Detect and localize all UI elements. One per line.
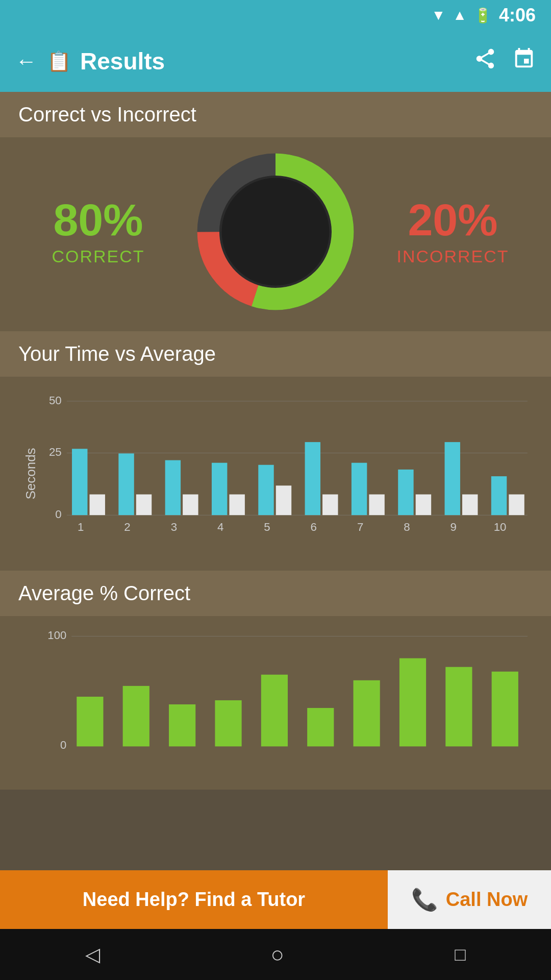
app-bar: ← 📋 Results [0, 31, 551, 92]
correct-stats: 80% CORRECT [0, 198, 196, 266]
svg-text:4: 4 [217, 521, 223, 533]
svg-rect-29 [352, 463, 367, 515]
svg-rect-36 [462, 495, 478, 516]
bottom-banner: Need Help? Find a Tutor 📞 Call Now [0, 870, 551, 929]
nav-home-button[interactable]: ○ [270, 942, 284, 967]
svg-text:1: 1 [78, 521, 84, 533]
svg-rect-27 [322, 495, 338, 516]
svg-rect-30 [369, 495, 384, 516]
battery-icon: 🔋 [474, 7, 492, 24]
time-chart-area: Seconds 50 25 0 1 2 3 4 5 6 [0, 377, 551, 571]
wifi-icon: ▼ [432, 7, 446, 23]
svg-rect-47 [215, 700, 241, 746]
status-bar: ▼ ▲ 🔋 4:06 [0, 0, 551, 31]
svg-rect-12 [90, 495, 105, 516]
svg-text:7: 7 [357, 521, 363, 533]
svg-rect-38 [491, 476, 507, 515]
avg-chart-area: 100 0 [0, 616, 551, 790]
svg-rect-26 [305, 442, 320, 515]
bookmark-button[interactable] [512, 47, 536, 76]
time-average-header: Your Time vs Average [0, 331, 551, 377]
svg-rect-18 [183, 495, 198, 516]
avg-correct-title: Average % Correct [18, 582, 190, 604]
svg-rect-50 [354, 680, 380, 747]
share-button[interactable] [473, 47, 497, 76]
svg-text:2: 2 [124, 521, 130, 533]
svg-rect-45 [123, 686, 149, 746]
correct-incorrect-header: Correct vs Incorrect [0, 92, 551, 137]
svg-rect-51 [399, 658, 426, 747]
avg-correct-header: Average % Correct [0, 571, 551, 616]
svg-rect-11 [72, 449, 87, 515]
svg-text:6: 6 [311, 521, 317, 533]
svg-rect-33 [416, 495, 431, 516]
status-time: 4:06 [499, 5, 536, 26]
correct-incorrect-title: Correct vs Incorrect [18, 103, 196, 126]
svg-rect-21 [229, 495, 244, 516]
svg-rect-24 [276, 485, 291, 515]
back-button[interactable]: ← [15, 49, 37, 74]
avg-bar-chart: 100 0 [41, 626, 533, 779]
svg-rect-15 [136, 495, 152, 516]
correct-percent: 80% [53, 198, 143, 242]
nav-bar: ◁ ○ □ [0, 929, 551, 980]
time-bar-chart: 50 25 0 1 2 3 4 5 6 7 [36, 387, 533, 560]
donut-section: 80% CORRECT 20% INCORRECT [0, 137, 551, 331]
page-title: Results [80, 47, 473, 75]
status-icons: ▼ ▲ 🔋 4:06 [432, 5, 536, 26]
svg-rect-20 [212, 463, 227, 515]
svg-rect-52 [445, 667, 472, 747]
svg-text:10: 10 [494, 521, 507, 533]
svg-text:0: 0 [60, 739, 66, 751]
svg-text:50: 50 [49, 394, 62, 407]
svg-point-4 [222, 178, 330, 286]
svg-rect-48 [261, 675, 288, 747]
svg-rect-35 [445, 442, 460, 515]
incorrect-label: INCORRECT [396, 247, 509, 266]
call-now-text: Call Now [446, 889, 528, 911]
svg-rect-49 [307, 708, 334, 746]
nav-recents-button[interactable]: □ [455, 944, 466, 965]
svg-text:25: 25 [49, 446, 62, 459]
find-tutor-button[interactable]: Need Help? Find a Tutor [0, 870, 388, 929]
svg-text:0: 0 [55, 508, 61, 521]
svg-rect-17 [165, 460, 181, 516]
time-y-axis-label: Seconds [23, 448, 39, 499]
svg-text:9: 9 [450, 521, 457, 533]
svg-rect-32 [398, 470, 413, 515]
svg-rect-46 [169, 704, 195, 746]
call-now-button[interactable]: 📞 Call Now [388, 870, 551, 929]
svg-text:8: 8 [404, 521, 410, 533]
svg-rect-14 [118, 453, 134, 515]
incorrect-stats: 20% INCORRECT [355, 198, 551, 266]
correct-label: CORRECT [52, 247, 144, 266]
time-average-title: Your Time vs Average [18, 342, 216, 365]
svg-rect-39 [509, 495, 524, 516]
donut-chart [196, 153, 355, 311]
phone-icon: 📞 [411, 887, 438, 912]
nav-back-button[interactable]: ◁ [85, 943, 100, 966]
svg-rect-23 [258, 465, 273, 515]
svg-rect-53 [492, 672, 518, 747]
find-tutor-text: Need Help? Find a Tutor [83, 889, 305, 911]
svg-text:3: 3 [171, 521, 177, 533]
app-bar-actions [473, 47, 536, 76]
signal-icon: ▲ [453, 7, 467, 23]
incorrect-percent: 20% [408, 198, 497, 242]
results-icon: 📋 [47, 50, 71, 72]
svg-text:100: 100 [47, 629, 66, 642]
svg-text:5: 5 [264, 521, 270, 533]
svg-rect-44 [77, 697, 103, 746]
